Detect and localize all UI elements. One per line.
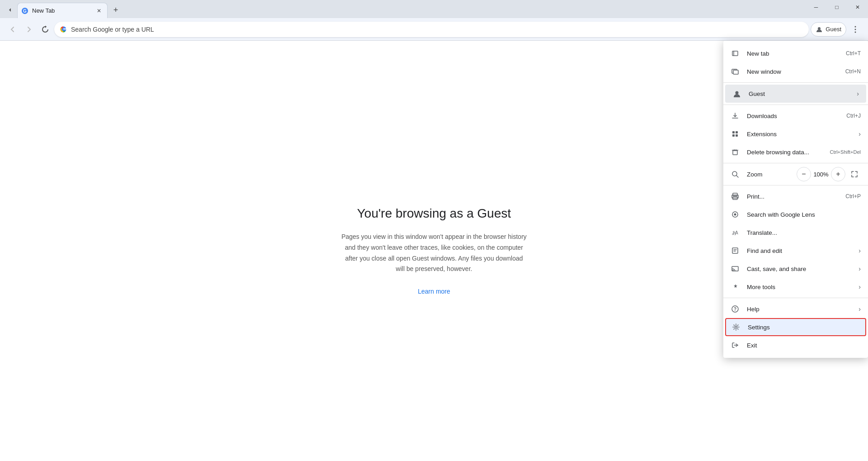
menu-item-extensions-arrow: › xyxy=(859,130,861,138)
menu-item-exit[interactable]: Exit xyxy=(723,336,868,354)
menu-item-downloads-label: Downloads xyxy=(747,113,843,119)
zoom-label: Zoom xyxy=(747,171,797,178)
menu-item-new-window[interactable]: New window Ctrl+N xyxy=(723,62,868,81)
menu-item-guest-arrow: › xyxy=(857,90,859,97)
forward-button[interactable] xyxy=(22,22,36,37)
tab-strip: G New Tab ✕ + xyxy=(4,0,122,18)
guest-content: You're browsing as a Guest Pages you vie… xyxy=(341,206,527,295)
menu-item-exit-label: Exit xyxy=(747,342,861,349)
svg-point-6 xyxy=(855,31,856,33)
window-controls: ─ □ ✕ xyxy=(806,0,868,14)
extensions-icon xyxy=(731,129,740,138)
menu-item-extensions-label: Extensions xyxy=(747,131,855,138)
guest-description: Pages you view in this window won't appe… xyxy=(341,232,527,275)
svg-rect-23 xyxy=(733,193,737,196)
svg-point-36 xyxy=(735,326,737,328)
main-content: You're browsing as a Guest Pages you vie… xyxy=(0,41,868,461)
menu-item-translate[interactable]: あA Translate... xyxy=(723,223,868,242)
menu-item-find-label: Find and edit xyxy=(747,247,855,254)
svg-text:A: A xyxy=(735,230,738,235)
lens-icon xyxy=(731,210,740,219)
svg-line-22 xyxy=(736,176,738,177)
profile-icon xyxy=(816,26,823,33)
menu-item-downloads[interactable]: Downloads Ctrl+J xyxy=(723,107,868,125)
divider-5 xyxy=(723,298,868,298)
delete-icon xyxy=(731,147,740,157)
settings-icon xyxy=(731,323,741,332)
svg-rect-14 xyxy=(736,131,738,133)
divider-4 xyxy=(723,185,868,185)
tab-close-button[interactable]: ✕ xyxy=(94,6,104,15)
zoom-controls: − 100% + xyxy=(797,167,861,181)
zoom-out-button[interactable]: − xyxy=(797,167,811,181)
svg-rect-15 xyxy=(732,134,735,137)
new-window-icon xyxy=(731,67,740,76)
address-bar-wrap xyxy=(54,22,809,37)
zoom-in-button[interactable]: + xyxy=(831,167,845,181)
translate-icon: あA xyxy=(731,228,740,237)
svg-rect-17 xyxy=(733,151,737,155)
menu-item-guest-label: Guest xyxy=(749,90,853,97)
menu-item-help[interactable]: ? Help › xyxy=(723,300,868,318)
svg-rect-10 xyxy=(733,70,738,74)
profile-label: Guest xyxy=(826,26,841,33)
menu-item-help-label: Help xyxy=(747,306,855,313)
refresh-button[interactable] xyxy=(38,22,52,37)
close-button[interactable]: ✕ xyxy=(847,0,868,14)
menu-item-delete-shortcut: Ctrl+Shift+Del xyxy=(830,149,861,155)
learn-more-link[interactable]: Learn more xyxy=(418,288,450,295)
menu-item-settings[interactable]: Settings xyxy=(725,318,866,336)
new-tab-button[interactable]: + xyxy=(109,4,122,16)
menu-item-cast-label: Cast, save, and share xyxy=(747,266,855,272)
svg-text:G: G xyxy=(23,9,27,14)
find-icon xyxy=(731,246,740,255)
menu-item-new-window-label: New window xyxy=(747,68,842,75)
main-menu-button[interactable] xyxy=(848,22,863,37)
menu-item-find-arrow: › xyxy=(859,247,861,254)
menu-item-cast-save[interactable]: Cast, save, and share › xyxy=(723,260,868,278)
menu-item-new-tab[interactable]: New tab Ctrl+T xyxy=(723,44,868,62)
tab-title: New Tab xyxy=(32,7,93,14)
svg-text:?: ? xyxy=(734,307,736,312)
menu-item-lens-label: Search with Google Lens xyxy=(747,211,861,218)
tab-scroll-prev-button[interactable] xyxy=(4,4,16,16)
zoom-icon xyxy=(731,170,740,179)
menu-item-new-window-shortcut: Ctrl+N xyxy=(845,68,861,75)
menu-item-print-shortcut: Ctrl+P xyxy=(845,193,861,200)
maximize-button[interactable]: □ xyxy=(826,0,847,14)
active-tab[interactable]: G New Tab ✕ xyxy=(17,3,108,18)
menu-item-print[interactable]: Print... Ctrl+P xyxy=(723,187,868,205)
svg-rect-13 xyxy=(732,131,735,133)
address-input[interactable] xyxy=(54,22,809,37)
divider-1 xyxy=(723,82,868,83)
svg-point-11 xyxy=(736,91,739,95)
download-icon xyxy=(731,111,740,120)
minimize-button[interactable]: ─ xyxy=(806,0,826,14)
profile-button[interactable]: Guest xyxy=(811,22,846,37)
menu-item-guest[interactable]: Guest › xyxy=(725,85,866,103)
menu-item-delete-label: Delete browsing data... xyxy=(747,149,826,156)
guest-title: You're browsing as a Guest xyxy=(341,206,527,221)
dropdown-menu: New tab Ctrl+T New window Ctrl+N Guest › xyxy=(723,41,868,358)
google-icon xyxy=(60,26,67,33)
menu-item-extensions[interactable]: Extensions › xyxy=(723,125,868,143)
zoom-value: 100% xyxy=(812,171,830,178)
cast-icon xyxy=(731,264,740,273)
menu-item-find-edit[interactable]: Find and edit › xyxy=(723,242,868,260)
menu-item-help-arrow: › xyxy=(859,305,861,313)
back-button[interactable] xyxy=(5,22,20,37)
toolbar: Guest xyxy=(0,18,868,41)
menu-item-more-tools-label: More tools xyxy=(747,284,855,290)
menu-item-more-tools[interactable]: More tools › xyxy=(723,278,868,296)
zoom-fullscreen-button[interactable] xyxy=(848,168,861,181)
menu-item-new-tab-label: New tab xyxy=(747,50,842,57)
person-icon xyxy=(732,89,741,98)
menu-item-downloads-shortcut: Ctrl+J xyxy=(846,113,861,119)
menu-item-search-lens[interactable]: Search with Google Lens xyxy=(723,205,868,223)
print-icon xyxy=(731,192,740,201)
svg-point-4 xyxy=(855,26,856,27)
tab-favicon: G xyxy=(21,7,28,14)
svg-rect-16 xyxy=(736,134,738,137)
zoom-row: Zoom − 100% + xyxy=(723,165,868,183)
menu-item-delete-browsing[interactable]: Delete browsing data... Ctrl+Shift+Del xyxy=(723,143,868,161)
